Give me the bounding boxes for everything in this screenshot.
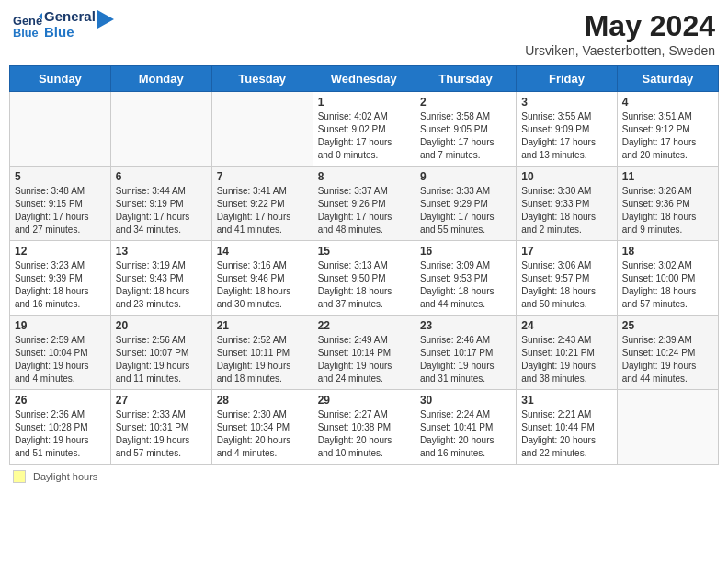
calendar-cell: 5Sunrise: 3:48 AM Sunset: 9:15 PM Daylig… [10, 167, 111, 241]
day-info: Sunrise: 3:48 AM Sunset: 9:15 PM Dayligh… [15, 185, 106, 236]
calendar-cell [211, 92, 313, 167]
calendar-cell: 10Sunrise: 3:30 AM Sunset: 9:33 PM Dayli… [517, 167, 617, 241]
calendar-cell: 7Sunrise: 3:41 AM Sunset: 9:22 PM Daylig… [211, 167, 313, 241]
calendar-day-header: Tuesday [211, 66, 313, 92]
calendar-cell: 22Sunrise: 2:49 AM Sunset: 10:14 PM Dayl… [313, 316, 415, 390]
daylight-label: Daylight hours [33, 471, 97, 482]
day-number: 14 [217, 245, 308, 258]
day-number: 12 [15, 245, 106, 258]
day-number: 4 [622, 96, 713, 109]
page-header: General Blue General Blue May 2024 Ursvi… [9, 9, 719, 58]
day-number: 15 [318, 245, 410, 258]
calendar-week-row: 1Sunrise: 4:02 AM Sunset: 9:02 PM Daylig… [10, 92, 719, 167]
day-info: Sunrise: 2:30 AM Sunset: 10:34 PM Daylig… [217, 408, 308, 460]
day-number: 9 [420, 170, 511, 183]
calendar-cell: 2Sunrise: 3:58 AM Sunset: 9:05 PM Daylig… [415, 92, 516, 167]
calendar-day-header: Wednesday [313, 66, 415, 92]
day-info: Sunrise: 3:44 AM Sunset: 9:19 PM Dayligh… [116, 185, 207, 236]
logo-icon: General Blue [13, 10, 42, 40]
calendar-cell: 1Sunrise: 4:02 AM Sunset: 9:02 PM Daylig… [313, 92, 415, 167]
day-number: 24 [521, 319, 611, 332]
day-number: 26 [15, 394, 106, 407]
day-info: Sunrise: 2:21 AM Sunset: 10:44 PM Daylig… [521, 408, 611, 460]
calendar-cell: 31Sunrise: 2:21 AM Sunset: 10:44 PM Dayl… [517, 390, 617, 465]
logo-blue: Blue [44, 25, 96, 40]
calendar-week-row: 12Sunrise: 3:23 AM Sunset: 9:39 PM Dayli… [10, 241, 719, 316]
calendar-cell: 27Sunrise: 2:33 AM Sunset: 10:31 PM Dayl… [110, 390, 211, 465]
day-number: 1 [318, 96, 410, 109]
calendar-cell [110, 92, 211, 167]
day-number: 3 [521, 96, 611, 109]
day-number: 6 [116, 170, 207, 183]
day-info: Sunrise: 3:55 AM Sunset: 9:09 PM Dayligh… [521, 110, 611, 162]
logo-arrow-icon [97, 10, 114, 40]
day-info: Sunrise: 2:52 AM Sunset: 10:11 PM Daylig… [217, 334, 308, 385]
calendar-week-row: 26Sunrise: 2:36 AM Sunset: 10:28 PM Dayl… [10, 390, 719, 465]
day-info: Sunrise: 3:51 AM Sunset: 9:12 PM Dayligh… [622, 110, 713, 162]
calendar-cell: 6Sunrise: 3:44 AM Sunset: 9:19 PM Daylig… [110, 167, 211, 241]
day-number: 17 [521, 245, 611, 258]
calendar-cell: 28Sunrise: 2:30 AM Sunset: 10:34 PM Dayl… [211, 390, 313, 465]
day-number: 27 [116, 394, 207, 407]
calendar-cell: 17Sunrise: 3:06 AM Sunset: 9:57 PM Dayli… [517, 241, 617, 316]
day-number: 29 [318, 394, 410, 407]
calendar-cell: 14Sunrise: 3:16 AM Sunset: 9:46 PM Dayli… [211, 241, 313, 316]
calendar-cell: 12Sunrise: 3:23 AM Sunset: 9:39 PM Dayli… [10, 241, 111, 316]
daylight-color-box [13, 470, 26, 483]
day-number: 31 [521, 394, 611, 407]
day-number: 16 [420, 245, 511, 258]
calendar-cell: 9Sunrise: 3:33 AM Sunset: 9:29 PM Daylig… [415, 167, 516, 241]
calendar-cell: 4Sunrise: 3:51 AM Sunset: 9:12 PM Daylig… [617, 92, 718, 167]
calendar-cell: 23Sunrise: 2:46 AM Sunset: 10:17 PM Dayl… [415, 316, 516, 390]
calendar-cell: 11Sunrise: 3:26 AM Sunset: 9:36 PM Dayli… [617, 167, 718, 241]
calendar-cell: 13Sunrise: 3:19 AM Sunset: 9:43 PM Dayli… [110, 241, 211, 316]
day-number: 25 [622, 319, 713, 332]
logo-general: General [44, 9, 96, 25]
day-number: 5 [15, 170, 106, 183]
calendar-week-row: 5Sunrise: 3:48 AM Sunset: 9:15 PM Daylig… [10, 167, 719, 241]
day-info: Sunrise: 2:36 AM Sunset: 10:28 PM Daylig… [15, 408, 106, 460]
day-info: Sunrise: 3:58 AM Sunset: 9:05 PM Dayligh… [420, 110, 511, 162]
calendar-cell: 16Sunrise: 3:09 AM Sunset: 9:53 PM Dayli… [415, 241, 516, 316]
day-number: 18 [622, 245, 713, 258]
calendar-footer: Daylight hours [9, 470, 719, 483]
day-info: Sunrise: 3:02 AM Sunset: 10:00 PM Daylig… [622, 259, 713, 311]
calendar-cell: 30Sunrise: 2:24 AM Sunset: 10:41 PM Dayl… [415, 390, 516, 465]
day-info: Sunrise: 2:43 AM Sunset: 10:21 PM Daylig… [521, 334, 611, 385]
day-info: Sunrise: 2:59 AM Sunset: 10:04 PM Daylig… [15, 334, 106, 385]
day-number: 7 [217, 170, 308, 183]
day-number: 22 [318, 319, 410, 332]
day-number: 10 [521, 170, 611, 183]
day-number: 30 [420, 394, 511, 407]
page-title: May 2024 [525, 9, 715, 43]
calendar-cell: 8Sunrise: 3:37 AM Sunset: 9:26 PM Daylig… [313, 167, 415, 241]
day-info: Sunrise: 2:39 AM Sunset: 10:24 PM Daylig… [622, 334, 713, 385]
day-number: 28 [217, 394, 308, 407]
day-info: Sunrise: 3:37 AM Sunset: 9:26 PM Dayligh… [318, 185, 410, 236]
day-info: Sunrise: 3:19 AM Sunset: 9:43 PM Dayligh… [116, 259, 207, 311]
day-info: Sunrise: 3:23 AM Sunset: 9:39 PM Dayligh… [15, 259, 106, 311]
day-number: 19 [15, 319, 106, 332]
calendar-cell: 21Sunrise: 2:52 AM Sunset: 10:11 PM Dayl… [211, 316, 313, 390]
calendar-week-row: 19Sunrise: 2:59 AM Sunset: 10:04 PM Dayl… [10, 316, 719, 390]
svg-marker-3 [97, 10, 114, 29]
day-info: Sunrise: 2:27 AM Sunset: 10:38 PM Daylig… [318, 408, 410, 460]
calendar-cell: 20Sunrise: 2:56 AM Sunset: 10:07 PM Dayl… [110, 316, 211, 390]
calendar-cell: 19Sunrise: 2:59 AM Sunset: 10:04 PM Dayl… [10, 316, 111, 390]
calendar-cell: 24Sunrise: 2:43 AM Sunset: 10:21 PM Dayl… [517, 316, 617, 390]
calendar-cell: 25Sunrise: 2:39 AM Sunset: 10:24 PM Dayl… [617, 316, 718, 390]
day-number: 21 [217, 319, 308, 332]
day-number: 20 [116, 319, 207, 332]
day-info: Sunrise: 2:46 AM Sunset: 10:17 PM Daylig… [420, 334, 511, 385]
calendar-table: SundayMondayTuesdayWednesdayThursdayFrid… [9, 65, 719, 465]
calendar-cell: 3Sunrise: 3:55 AM Sunset: 9:09 PM Daylig… [517, 92, 617, 167]
day-info: Sunrise: 3:26 AM Sunset: 9:36 PM Dayligh… [622, 185, 713, 236]
title-area: May 2024 Ursviken, Vaesterbotten, Sweden [525, 9, 715, 58]
day-number: 11 [622, 170, 713, 183]
calendar-cell: 15Sunrise: 3:13 AM Sunset: 9:50 PM Dayli… [313, 241, 415, 316]
day-info: Sunrise: 3:41 AM Sunset: 9:22 PM Dayligh… [217, 185, 308, 236]
day-number: 13 [116, 245, 207, 258]
calendar-header-row: SundayMondayTuesdayWednesdayThursdayFrid… [10, 66, 719, 92]
calendar-day-header: Friday [517, 66, 617, 92]
day-number: 8 [318, 170, 410, 183]
